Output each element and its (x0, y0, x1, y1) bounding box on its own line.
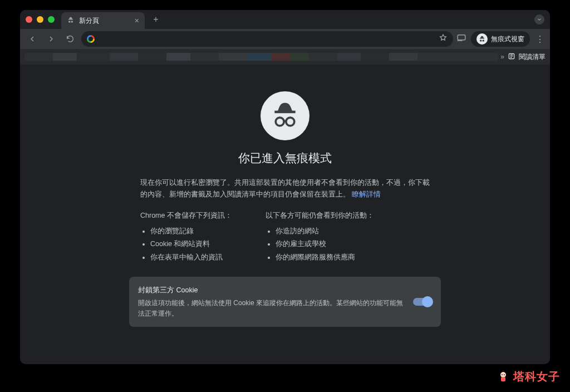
bookmarks-bar: » 閱讀清單 (20, 49, 550, 65)
page-content: 你已進入無痕模式 現在你可以進行私密瀏覽了。共用這部裝置的其他使用者不會看到你的… (20, 65, 550, 364)
incognito-icon (67, 16, 75, 26)
tab-title: 新分頁 (79, 16, 99, 26)
column-right: 以下各方可能仍會看到你的活動： 你造訪的網站 你的雇主或學校 你的網際網路服務供… (266, 211, 374, 264)
cast-icon[interactable] (456, 33, 466, 45)
incognito-badge-label: 無痕式視窗 (491, 35, 524, 44)
svg-rect-5 (501, 377, 505, 381)
incognito-badge[interactable]: 無痕式視窗 (471, 31, 530, 47)
forward-button[interactable] (43, 31, 59, 47)
toolbar: 無痕式視窗 ⋮ (20, 29, 550, 49)
watermark: 塔科女子 (497, 369, 560, 384)
window-controls (26, 16, 55, 23)
mascot-icon (497, 370, 510, 384)
close-tab-button[interactable]: × (135, 16, 139, 25)
svg-rect-0 (458, 35, 465, 40)
new-tab-button[interactable]: + (149, 13, 163, 26)
incognito-hero-icon (261, 91, 309, 140)
svg-point-4 (500, 372, 506, 378)
back-button[interactable] (24, 31, 40, 47)
col-left-list: 你的瀏覽記錄 Cookie 和網站資料 你在表單中輸入的資訊 (140, 225, 232, 264)
svg-point-3 (286, 117, 294, 126)
bookmarks-blurred (24, 53, 498, 61)
bookmark-star-icon[interactable] (439, 33, 448, 45)
col-right-list: 你造訪的網站 你的雇主或學校 你的網際網路服務供應商 (266, 225, 374, 264)
watermark-text: 塔科女子 (513, 369, 560, 384)
address-bar[interactable] (81, 31, 453, 47)
svg-point-2 (276, 117, 284, 126)
titlebar: 新分頁 × + (20, 10, 550, 29)
cookie-desc: 開啟這項功能後，網站無法使用 Cookie 來追蹤你在網路上的活動。某些網站的功… (138, 298, 404, 319)
column-left: Chrome 不會儲存下列資訊： 你的瀏覽記錄 Cookie 和網站資料 你在表… (140, 211, 232, 264)
bookmarks-overflow-icon[interactable]: » (500, 53, 504, 61)
tab-overflow-button[interactable] (534, 14, 544, 24)
list-item: Cookie 和網站資料 (150, 238, 232, 251)
list-item: 你造訪的網站 (276, 225, 374, 238)
cookie-title: 封鎖第三方 Cookie (138, 285, 404, 296)
page-heading: 你已進入無痕模式 (238, 150, 332, 166)
address-input[interactable] (98, 35, 435, 43)
col-right-title: 以下各方可能仍會看到你的活動： (266, 211, 374, 220)
incognito-icon (476, 33, 488, 45)
search-engine-icon (87, 35, 95, 43)
list-item: 你的瀏覽記錄 (150, 225, 232, 238)
list-item: 你在表單中輸入的資訊 (150, 251, 232, 264)
learn-more-link[interactable]: 瞭解詳情 (352, 190, 381, 198)
cookie-toggle[interactable] (413, 298, 432, 306)
reading-list-label[interactable]: 閱讀清單 (519, 52, 546, 62)
cookie-card: 封鎖第三方 Cookie 開啟這項功能後，網站無法使用 Cookie 來追蹤你在… (129, 277, 441, 327)
col-left-title: Chrome 不會儲存下列資訊： (140, 211, 232, 220)
cookie-text: 封鎖第三方 Cookie 開啟這項功能後，網站無法使用 Cookie 來追蹤你在… (138, 285, 404, 319)
info-columns: Chrome 不會儲存下列資訊： 你的瀏覽記錄 Cookie 和網站資料 你在表… (140, 211, 430, 264)
toolbar-right: 無痕式視窗 ⋮ (456, 31, 546, 47)
close-window-button[interactable] (26, 16, 32, 23)
browser-tab[interactable]: 新分頁 × (61, 12, 145, 29)
svg-point-6 (502, 374, 503, 375)
reading-list-icon[interactable] (508, 52, 515, 62)
list-item: 你的雇主或學校 (276, 238, 374, 251)
menu-button[interactable]: ⋮ (534, 34, 546, 45)
minimize-window-button[interactable] (37, 16, 43, 23)
fullscreen-window-button[interactable] (48, 16, 55, 23)
intro-text: 現在你可以進行私密瀏覽了。共用這部裝置的其他使用者不會看到你的活動，不過，你下載… (140, 179, 430, 198)
intro-paragraph: 現在你可以進行私密瀏覽了。共用這部裝置的其他使用者不會看到你的活動，不過，你下載… (140, 177, 430, 201)
list-item: 你的網際網路服務供應商 (276, 251, 374, 264)
bookmarks-right: » 閱讀清單 (500, 52, 546, 62)
svg-point-7 (504, 374, 505, 375)
reload-button[interactable] (62, 31, 78, 47)
browser-window: 新分頁 × + (20, 10, 550, 364)
